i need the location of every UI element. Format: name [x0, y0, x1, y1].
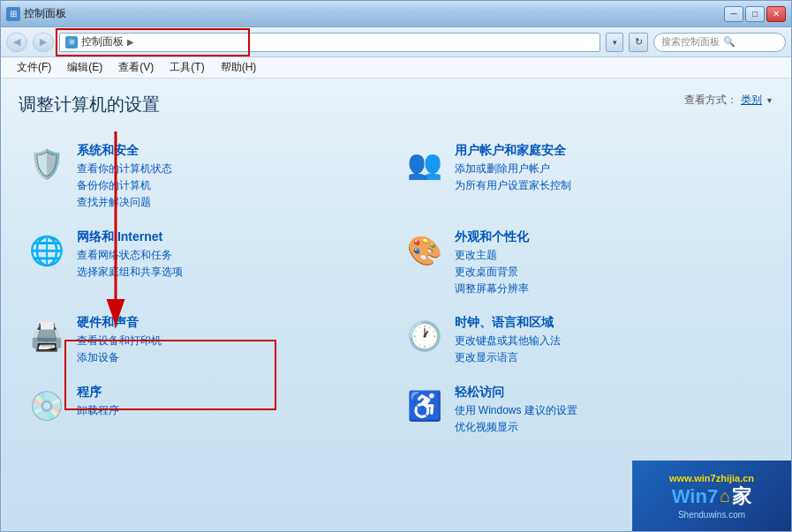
appearance-link-1[interactable]: 更改主题 [455, 247, 767, 264]
programs-icon: 💿 [26, 385, 68, 427]
clock-link-1[interactable]: 更改键盘或其他输入法 [455, 333, 767, 349]
user-title[interactable]: 用户帐户和家庭安全 [455, 143, 767, 159]
minimize-button[interactable]: ─ [724, 6, 743, 22]
appearance-link-2[interactable]: 更改桌面背景 [455, 264, 767, 281]
category-network: 🌐 网络和 Internet 查看网络状态和任务 选择家庭组和共享选项 [19, 221, 396, 307]
main-window: ⊞ 控制面板 ─ □ ✕ ◀ ▶ ⊞ 控制面板 ▶ ▾ ↻ 搜索控制面板 🔍 文… [0, 0, 792, 532]
menubar: 文件(F) 编辑(E) 查看(V) 工具(T) 帮助(H) [1, 57, 791, 79]
path-separator: ▶ [127, 37, 134, 47]
network-link-1[interactable]: 查看网络状态和任务 [77, 247, 389, 264]
categories-grid: 🛡️ 系统和安全 查看你的计算机状态 备份你的计算机 查找并解决问题 👥 用户帐… [19, 134, 773, 445]
system-link-3[interactable]: 查找并解决问题 [77, 194, 389, 211]
page-header: 调整计算机的设置 查看方式： 类别 ▼ [19, 93, 773, 116]
addressbar: ◀ ▶ ⊞ 控制面板 ▶ ▾ ↻ 搜索控制面板 🔍 [1, 27, 791, 57]
maximize-button[interactable]: □ [745, 6, 765, 22]
window-icon: ⊞ [6, 7, 20, 21]
view-dropdown-icon[interactable]: ▼ [766, 96, 773, 105]
watermark: www.win7zhijia.cn Win7 ⌂ 家 Shenduwins.co… [632, 461, 791, 531]
programs-link-1[interactable]: 卸载程序 [77, 402, 389, 419]
watermark-win: Win7 [672, 485, 718, 508]
hardware-icon: 🖨️ [26, 315, 68, 357]
hardware-links: 查看设备和打印机 添加设备 [77, 333, 389, 366]
watermark-url1: www.win7zhijia.cn [669, 473, 754, 483]
system-icon: 🛡️ [26, 143, 68, 185]
page-title: 调整计算机的设置 [19, 93, 160, 116]
user-content: 用户帐户和家庭安全 添加或删除用户帐户 为所有用户设置家长控制 [455, 143, 767, 194]
access-link-2[interactable]: 优化视频显示 [455, 419, 767, 436]
access-content: 轻松访问 使用 Windows 建议的设置 优化视频显示 [455, 385, 767, 436]
user-link-2[interactable]: 为所有用户设置家长控制 [455, 177, 767, 194]
network-link-2[interactable]: 选择家庭组和共享选项 [77, 264, 389, 281]
back-button[interactable]: ◀ [6, 33, 27, 52]
system-link-2[interactable]: 备份你的计算机 [77, 177, 389, 194]
path-text: 控制面板 [81, 34, 124, 49]
access-link-1[interactable]: 使用 Windows 建议的设置 [455, 402, 767, 419]
system-title[interactable]: 系统和安全 [77, 143, 389, 159]
appearance-title[interactable]: 外观和个性化 [455, 229, 767, 245]
close-button[interactable]: ✕ [766, 6, 786, 22]
view-label: 查看方式： [684, 93, 737, 108]
menu-file[interactable]: 文件(F) [10, 58, 58, 77]
titlebar-buttons: ─ □ ✕ [724, 6, 786, 22]
system-content: 系统和安全 查看你的计算机状态 备份你的计算机 查找并解决问题 [77, 143, 389, 212]
search-box[interactable]: 搜索控制面板 🔍 [653, 33, 786, 52]
hardware-link-2[interactable]: 添加设备 [77, 349, 389, 366]
programs-links: 卸载程序 [77, 402, 389, 419]
appearance-links: 更改主题 更改桌面背景 调整屏幕分辨率 [455, 247, 767, 298]
watermark-logo: Win7 ⌂ 家 [672, 483, 751, 510]
user-links: 添加或删除用户帐户 为所有用户设置家长控制 [455, 161, 767, 194]
category-programs: 💿 程序 卸载程序 [19, 376, 396, 445]
system-link-1[interactable]: 查看你的计算机状态 [77, 161, 389, 177]
forward-button[interactable]: ▶ [33, 33, 54, 52]
network-content: 网络和 Internet 查看网络状态和任务 选择家庭组和共享选项 [77, 229, 389, 281]
hardware-link-1[interactable]: 查看设备和打印机 [77, 333, 389, 349]
main-content: 调整计算机的设置 查看方式： 类别 ▼ 🛡️ 系统和安全 查看你的计算机状态 备… [1, 79, 791, 531]
menu-edit[interactable]: 编辑(E) [60, 58, 109, 77]
clock-icon: 🕐 [404, 315, 446, 357]
programs-title[interactable]: 程序 [77, 385, 389, 401]
watermark-home-icon: ⌂ [720, 486, 730, 506]
address-dropdown[interactable]: ▾ [606, 33, 623, 52]
access-links: 使用 Windows 建议的设置 优化视频显示 [455, 402, 767, 436]
menu-view[interactable]: 查看(V) [111, 58, 161, 77]
user-link-1[interactable]: 添加或删除用户帐户 [455, 161, 767, 177]
search-placeholder: 搜索控制面板 [661, 35, 720, 49]
path-icon: ⊞ [65, 36, 78, 49]
watermark-home-text: 家 [732, 483, 751, 510]
user-icon: 👥 [404, 143, 446, 185]
clock-link-2[interactable]: 更改显示语言 [455, 349, 767, 366]
category-hardware: 🖨️ 硬件和声音 查看设备和打印机 添加设备 [19, 306, 396, 375]
clock-title[interactable]: 时钟、语言和区域 [455, 315, 767, 331]
network-title[interactable]: 网络和 Internet [77, 229, 389, 245]
refresh-button[interactable]: ↻ [629, 33, 648, 52]
search-icon: 🔍 [723, 36, 735, 48]
clock-content: 时钟、语言和区域 更改键盘或其他输入法 更改显示语言 [455, 315, 767, 366]
view-value[interactable]: 类别 [741, 93, 762, 108]
watermark-url2: Shenduwins.com [678, 510, 745, 520]
category-user: 👥 用户帐户和家庭安全 添加或删除用户帐户 为所有用户设置家长控制 [396, 134, 774, 221]
programs-content: 程序 卸载程序 [77, 385, 389, 419]
category-clock: 🕐 时钟、语言和区域 更改键盘或其他输入法 更改显示语言 [396, 306, 774, 375]
address-path[interactable]: ⊞ 控制面板 ▶ [59, 33, 600, 52]
appearance-content: 外观和个性化 更改主题 更改桌面背景 调整屏幕分辨率 [455, 229, 767, 298]
view-selector: 查看方式： 类别 ▼ [684, 93, 773, 108]
access-title[interactable]: 轻松访问 [455, 385, 767, 401]
window-title: 控制面板 [24, 6, 66, 21]
system-links: 查看你的计算机状态 备份你的计算机 查找并解决问题 [77, 161, 389, 212]
menu-tools[interactable]: 工具(T) [162, 58, 211, 77]
access-icon: ♿ [404, 385, 446, 427]
menu-help[interactable]: 帮助(H) [214, 58, 264, 77]
hardware-title[interactable]: 硬件和声音 [77, 315, 389, 331]
category-access: ♿ 轻松访问 使用 Windows 建议的设置 优化视频显示 [396, 376, 774, 445]
titlebar: ⊞ 控制面板 ─ □ ✕ [1, 1, 791, 27]
network-links: 查看网络状态和任务 选择家庭组和共享选项 [77, 247, 389, 281]
titlebar-left: ⊞ 控制面板 [6, 6, 66, 21]
hardware-content: 硬件和声音 查看设备和打印机 添加设备 [77, 315, 389, 366]
category-appearance: 🎨 外观和个性化 更改主题 更改桌面背景 调整屏幕分辨率 [396, 221, 774, 307]
clock-links: 更改键盘或其他输入法 更改显示语言 [455, 333, 767, 366]
appearance-icon: 🎨 [404, 229, 446, 272]
category-system: 🛡️ 系统和安全 查看你的计算机状态 备份你的计算机 查找并解决问题 [19, 134, 396, 221]
network-icon: 🌐 [26, 229, 68, 272]
appearance-link-3[interactable]: 调整屏幕分辨率 [455, 281, 767, 297]
